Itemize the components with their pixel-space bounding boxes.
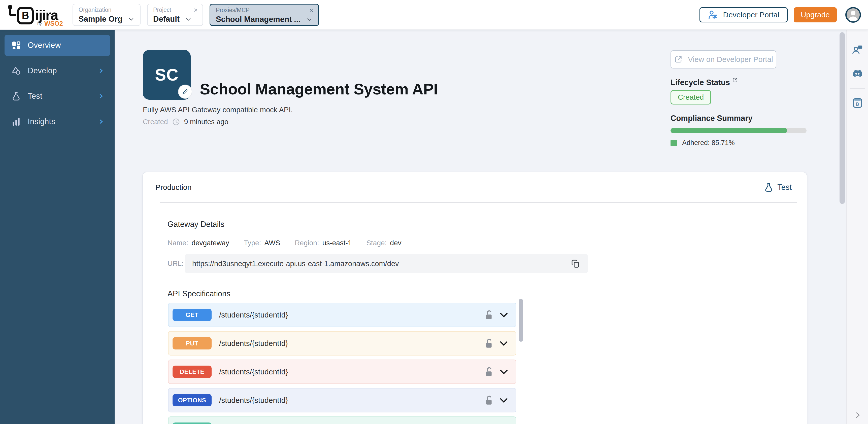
copy-icon bbox=[571, 259, 580, 268]
edit-icon-badge[interactable] bbox=[178, 85, 192, 99]
clear-filter-icon[interactable] bbox=[309, 7, 314, 13]
gateway-field-name: Name: devgateway bbox=[167, 239, 229, 247]
chevron-down-icon[interactable] bbox=[498, 366, 509, 378]
compliance-progress-bar bbox=[671, 128, 807, 133]
adhered-swatch bbox=[671, 140, 677, 146]
lifecycle-status-badge: Created bbox=[671, 90, 711, 104]
endpoint-path: /students/{studentId} bbox=[219, 311, 484, 319]
method-pill: GET bbox=[173, 309, 212, 321]
clock-icon bbox=[172, 118, 180, 126]
view-on-developer-portal-button[interactable]: View on Developer Portal bbox=[671, 51, 776, 68]
sidebar-item-insights[interactable]: Insights bbox=[4, 111, 110, 132]
feedback-icon[interactable] bbox=[851, 44, 863, 56]
grid-icon bbox=[11, 40, 21, 51]
dev-portal-icon bbox=[708, 9, 718, 20]
endpoint-row-put[interactable]: PUT /students/{studentId} bbox=[168, 331, 516, 356]
sidebar: Overview Develop Test Insights bbox=[0, 30, 115, 424]
endpoint-row-delete[interactable]: DELETE /students/{studentId} bbox=[168, 360, 516, 384]
unlocked-padlock-icon bbox=[484, 309, 494, 321]
url-label: URL: bbox=[167, 260, 184, 268]
chevron-down-icon[interactable] bbox=[498, 309, 509, 321]
page-scrollbar-thumb[interactable] bbox=[840, 32, 845, 204]
test-button[interactable]: Test bbox=[764, 182, 792, 192]
method-pill bbox=[173, 423, 212, 424]
header-filters: Organization Sample Org Project Default … bbox=[72, 4, 319, 26]
sidebar-item-test[interactable]: Test bbox=[4, 86, 110, 107]
chevron-down-icon[interactable] bbox=[185, 16, 192, 23]
method-pill: OPTIONS bbox=[173, 394, 212, 406]
shapes-icon bbox=[11, 66, 21, 76]
endpoint-path: /students/{studentId} bbox=[219, 339, 484, 348]
compliance-summary-label: Compliance Summary bbox=[671, 114, 753, 123]
unlocked-padlock-icon bbox=[484, 366, 494, 378]
clear-filter-icon[interactable] bbox=[193, 7, 198, 13]
unlocked-padlock-icon bbox=[484, 338, 494, 349]
logo-by: by bbox=[37, 22, 42, 27]
endpoint-path: /students/{studentId} bbox=[219, 368, 484, 376]
rail-divider bbox=[849, 88, 865, 89]
user-avatar[interactable] bbox=[845, 7, 861, 23]
gateway-details-heading: Gateway Details bbox=[167, 220, 807, 229]
gateway-url: https://nd3usneqyt1.execute-api.us-east-… bbox=[192, 260, 571, 268]
logo-letter: B bbox=[17, 7, 34, 25]
filter-organization[interactable]: Organization Sample Org bbox=[72, 4, 141, 26]
unlocked-padlock-icon bbox=[484, 395, 494, 406]
docs-icon[interactable]: B bbox=[851, 97, 863, 109]
bars-icon bbox=[11, 117, 21, 127]
pencil-icon bbox=[182, 88, 189, 95]
discord-icon[interactable] bbox=[851, 68, 863, 79]
gateway-field-stage: Stage: dev bbox=[366, 239, 401, 247]
gateway-field-region: Region: us-east-1 bbox=[295, 239, 352, 247]
endpoint-row-get[interactable]: GET /students/{studentId} bbox=[168, 303, 516, 327]
gateway-meta-row: Name: devgateway Type: AWS Region: us-ea… bbox=[167, 239, 807, 247]
filter-proxies-mcp[interactable]: Proxies/MCP School Management ... bbox=[210, 4, 319, 26]
method-pill: DELETE bbox=[173, 366, 212, 378]
external-link-icon bbox=[674, 55, 683, 64]
endpoint-row-options[interactable]: OPTIONS /students/{studentId} bbox=[168, 388, 516, 413]
gateway-field-type: Type: AWS bbox=[244, 239, 280, 247]
environment-title: Production bbox=[155, 183, 191, 192]
developer-portal-button[interactable]: Developer Portal bbox=[700, 7, 787, 23]
bijira-logo: B ijira by WSO2 bbox=[7, 3, 61, 27]
api-description: Fully AWS API Gateway compatible mock AP… bbox=[143, 106, 293, 114]
endpoint-path: /students/{studentId} bbox=[219, 396, 484, 404]
created-time: 9 minutes ago bbox=[184, 118, 228, 126]
production-card: Production Test Gateway Details Name: de… bbox=[142, 172, 807, 424]
card-divider bbox=[160, 202, 797, 203]
compliance-progress-fill bbox=[671, 128, 787, 133]
endpoint-list-scrollbar-thumb[interactable] bbox=[519, 299, 523, 342]
right-rail: B bbox=[846, 30, 868, 424]
copy-url-button[interactable] bbox=[571, 259, 580, 268]
flask-icon bbox=[11, 91, 21, 101]
user-icon bbox=[847, 9, 859, 22]
external-link-small-icon[interactable] bbox=[732, 77, 738, 83]
svg-text:B: B bbox=[856, 102, 859, 107]
chevron-down-icon[interactable] bbox=[128, 16, 134, 23]
gateway-url-box: https://nd3usneqyt1.execute-api.us-east-… bbox=[185, 254, 588, 273]
chevron-down-icon[interactable] bbox=[498, 395, 509, 406]
app-header: B ijira by WSO2 Organization Sample Org … bbox=[0, 0, 868, 30]
chevron-right-icon bbox=[97, 118, 104, 125]
created-row: Created 9 minutes ago bbox=[143, 118, 228, 126]
sidebar-item-develop[interactable]: Develop bbox=[4, 60, 110, 81]
sidebar-item-overview[interactable]: Overview bbox=[4, 35, 110, 56]
chevron-right-icon bbox=[97, 67, 104, 74]
api-avatar-tile: SC bbox=[143, 50, 191, 100]
upgrade-button[interactable]: Upgrade bbox=[794, 7, 837, 23]
flask-icon bbox=[764, 182, 774, 192]
endpoint-row-partial[interactable] bbox=[168, 417, 516, 424]
page-title: School Management System API bbox=[200, 80, 438, 98]
chevron-down-icon[interactable] bbox=[498, 338, 509, 349]
chevron-down-icon[interactable] bbox=[306, 16, 313, 23]
lifecycle-status-label: Lifecycle Status bbox=[671, 78, 738, 87]
api-specifications-heading: API Specifications bbox=[167, 289, 807, 298]
gateway-url-row: URL: https://nd3usneqyt1.execute-api.us-… bbox=[167, 254, 807, 273]
filter-project[interactable]: Project Default bbox=[147, 4, 203, 26]
method-pill: PUT bbox=[173, 337, 212, 350]
api-initials: SC bbox=[155, 65, 179, 84]
chevron-right-icon bbox=[97, 93, 104, 99]
collapse-chevron-icon[interactable] bbox=[853, 411, 862, 420]
logo-wso2: WSO2 bbox=[44, 20, 63, 27]
compliance-legend: Adhered: 85.71% bbox=[671, 139, 735, 147]
endpoint-list: GET /students/{studentId} PUT /students/… bbox=[168, 303, 516, 424]
